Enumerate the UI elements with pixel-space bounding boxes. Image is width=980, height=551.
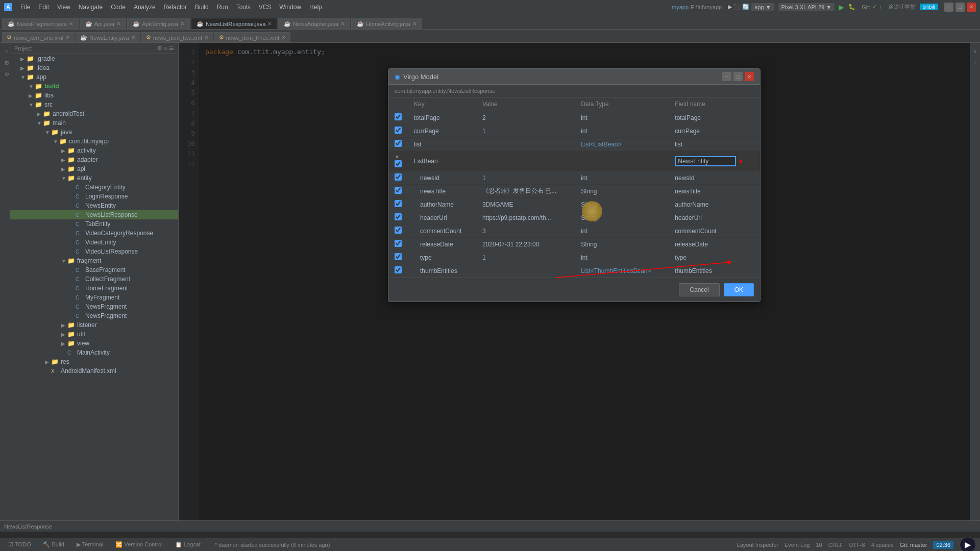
menu-item-edit[interactable]: Edit	[34, 3, 53, 12]
tree-item-basefragment[interactable]: C BaseFragment	[10, 265, 178, 274]
tree-item-listener[interactable]: ▶ 📁 listener	[10, 320, 178, 330]
tree-item-idea[interactable]: ▶ 📁 .idea	[10, 63, 178, 72]
tree-item-videocategoryresponse[interactable]: C VideoCategoryResponse	[10, 229, 178, 238]
cancel-button[interactable]: Cancel	[679, 283, 719, 296]
menu-item-window[interactable]: Window	[275, 3, 305, 12]
tree-item-videolistresponse[interactable]: C VideoListResponse	[10, 247, 178, 256]
checkbox-newsid[interactable]	[395, 173, 402, 181]
tree-item-androidmanifest[interactable]: X AndroidManifest.xml	[10, 366, 178, 375]
line-ending[interactable]: CRLF	[828, 542, 843, 548]
tab-newsadapter[interactable]: ☕ NewsAdapter.java ✕	[278, 18, 350, 29]
status-build[interactable]: 🔨 Build	[39, 540, 68, 549]
tab-news-item-two[interactable]: ⚙ news_item_two.xml ✕	[141, 32, 213, 42]
menu-item-tools[interactable]: Tools	[232, 3, 255, 12]
tree-item-videoentity[interactable]: C VideoEntity	[10, 238, 178, 247]
tree-item-activity[interactable]: ▶ 📁 activity	[10, 146, 178, 155]
tree-item-res[interactable]: ▶ 📁 res	[10, 357, 178, 366]
close-tab-homeactivity[interactable]: ✕	[412, 21, 416, 27]
tab-news-fragment[interactable]: ☕ NewsFragment.java ✕	[2, 18, 79, 29]
encoding[interactable]: UTF-8	[849, 542, 865, 548]
tree-item-main[interactable]: ▼ 📁 main	[10, 118, 178, 128]
tree-item-mainactivity[interactable]: C MainActivity	[10, 348, 178, 357]
menu-item-build[interactable]: Build	[191, 3, 213, 12]
status-todo[interactable]: ☑ TODO	[4, 540, 35, 549]
menu-item-analyze[interactable]: Analyze	[130, 3, 160, 12]
menu-item-navigate[interactable]: Navigate	[75, 3, 107, 12]
right-tool-1[interactable]: ≡	[971, 47, 980, 56]
tab-newslistresponse[interactable]: ☕ NewsListResponse.java ✕	[191, 18, 277, 29]
window-maximize[interactable]: □	[955, 3, 965, 12]
tree-item-adapter[interactable]: ▶ 📁 adapter	[10, 155, 178, 164]
tree-item-categoryentity[interactable]: C CategoryEntity	[10, 183, 178, 192]
left-tool-1[interactable]: ≡	[1, 47, 10, 56]
status-logcat[interactable]: 📋 Logcat	[171, 540, 205, 549]
checkbox-headerurl[interactable]	[395, 213, 402, 220]
tree-item-app[interactable]: ▼ 📁 app	[10, 72, 178, 82]
checkbox-newstitle[interactable]	[395, 187, 402, 194]
menu-item-help[interactable]: Help	[305, 3, 326, 12]
tab-news-item-one[interactable]: ⚙ news_item_one.xml ✕	[2, 32, 75, 42]
close-tab-api[interactable]: ✕	[116, 21, 120, 27]
checkbox-listbean[interactable]	[395, 160, 402, 167]
modal-maximize-btn[interactable]: □	[733, 72, 743, 81]
event-log-btn[interactable]: Event Log	[785, 542, 810, 548]
modal-table-container[interactable]: Key Value Data Type Field name	[388, 97, 760, 278]
menu-item-vcs[interactable]: VCS	[255, 3, 276, 12]
expand-btn-listbean[interactable]: ▼	[395, 154, 400, 160]
menu-item-view[interactable]: View	[53, 3, 75, 12]
tree-item-newsentity[interactable]: C NewsEntity	[10, 201, 178, 210]
menu-item-run[interactable]: Run	[213, 3, 232, 12]
fieldname-listbean-input[interactable]	[675, 156, 736, 166]
tree-item-comttit[interactable]: ▼ 📁 com.ttit.myapp	[10, 137, 178, 146]
close-tab-newslistresponse[interactable]: ✕	[267, 21, 272, 27]
tree-item-libs[interactable]: ▶ 📁 libs	[10, 91, 178, 100]
tree-item-api[interactable]: ▶ 📁 api	[10, 164, 178, 173]
tree-item-loginresponse[interactable]: C LoginResponse	[10, 192, 178, 201]
modal-minimize-btn[interactable]: ─	[722, 72, 731, 81]
ok-button[interactable]: OK	[724, 283, 754, 296]
tree-item-collectfragment[interactable]: C CollectFragment	[10, 274, 178, 284]
tab-api[interactable]: ☕ Api.java ✕	[80, 18, 126, 29]
left-tool-2[interactable]: ⊞	[1, 58, 10, 67]
close-tab-news-item-two[interactable]: ✕	[204, 34, 209, 41]
menu-item-code[interactable]: Code	[107, 3, 130, 12]
tv-button[interactable]: ▶	[960, 537, 976, 552]
tree-item-util[interactable]: ▶ 📁 util	[10, 330, 178, 339]
tree-item-myfragment[interactable]: C MyFragment	[10, 293, 178, 302]
tree-item-build[interactable]: ▼ 📁 build	[10, 82, 178, 91]
tree-item-newsfragment2[interactable]: C NewsFragment	[10, 311, 178, 320]
menu-item-refactor[interactable]: Refactor	[160, 3, 191, 12]
tree-item-java[interactable]: ▼ 📁 java	[10, 128, 178, 137]
indent-info[interactable]: 4 spaces	[871, 542, 894, 548]
tree-item-src[interactable]: ▼ 📁 src	[10, 100, 178, 109]
tree-item-newsfragment1[interactable]: C NewsFragment	[10, 302, 178, 311]
checkbox-totalpage[interactable]	[395, 113, 402, 120]
tree-item-view[interactable]: ▶ 📁 view	[10, 339, 178, 348]
debug-btn[interactable]: 🐛	[848, 4, 855, 10]
tab-news-item-three[interactable]: ⚙ news_item_three.xml ✕	[214, 32, 290, 42]
tree-item-homefragment[interactable]: C HomeFragment	[10, 284, 178, 293]
window-close[interactable]: ✕	[967, 3, 976, 12]
run-btn[interactable]: ▶	[839, 3, 844, 11]
close-tab-newsadapter[interactable]: ✕	[340, 21, 345, 27]
left-tool-3[interactable]: ⚙	[1, 69, 10, 79]
tree-item-androidtest[interactable]: ▶ 📁 androidTest	[10, 109, 178, 118]
checkbox-currpage[interactable]	[395, 127, 402, 134]
checkbox-releasedate[interactable]	[395, 240, 402, 247]
menu-item-file[interactable]: File	[16, 3, 34, 12]
tree-item-entity[interactable]: ▼ 📁 entity	[10, 173, 178, 183]
status-vcs[interactable]: 🔀 Version Control	[111, 540, 166, 549]
tree-item-fragment[interactable]: ▼ 📁 fragment	[10, 256, 178, 265]
tree-item-gradle[interactable]: ▶ 📁 .gradle	[10, 54, 178, 63]
tree-item-tabentity[interactable]: C TabEntity	[10, 219, 178, 229]
modal-close-btn[interactable]: ✕	[745, 72, 754, 81]
layout-inspector-btn[interactable]: Layout Inspector	[737, 542, 778, 548]
close-tab-news-item-one[interactable]: ✕	[65, 34, 70, 41]
checkbox-thumbentities[interactable]	[395, 266, 402, 273]
right-tool-2[interactable]: ↕	[971, 58, 980, 67]
checkbox-authorname[interactable]	[395, 200, 402, 207]
close-tab-newsentity[interactable]: ✕	[131, 34, 136, 41]
checkbox-list[interactable]	[395, 140, 402, 147]
status-terminal[interactable]: ▶ Terminal	[72, 540, 107, 549]
checkbox-commentcount[interactable]	[395, 227, 402, 234]
